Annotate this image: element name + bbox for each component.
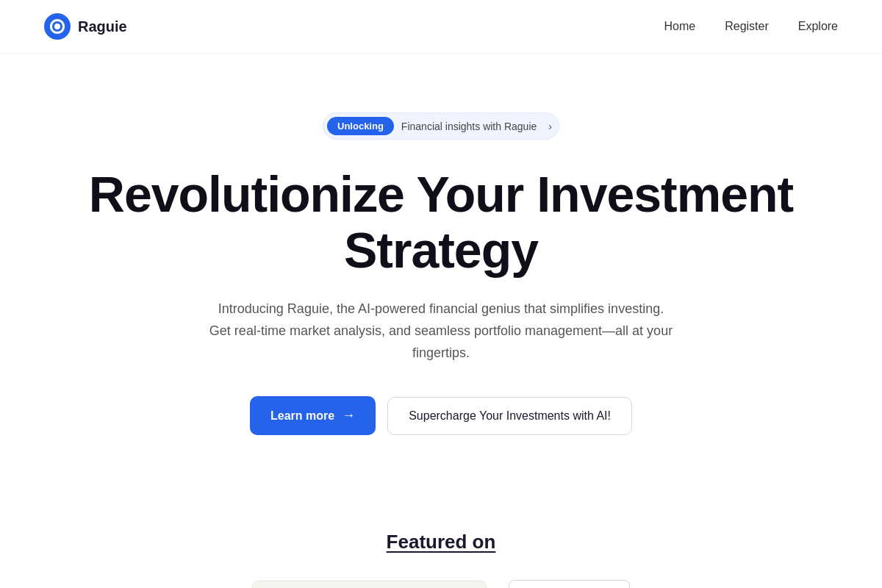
ai-for-that-badge: 💪 FEATURED ON THERE'S AN AI FOR THAT 🔖 xyxy=(252,581,487,588)
arrow-icon: → xyxy=(342,408,355,423)
badge-arrow-icon: › xyxy=(548,121,555,132)
nav-item-explore[interactable]: Explore xyxy=(798,20,838,33)
featured-title: Featured on xyxy=(387,531,496,553)
learn-more-button[interactable]: Learn more → xyxy=(250,396,376,435)
featured-logos: 💪 FEATURED ON THERE'S AN AI FOR THAT 🔖 F… xyxy=(252,580,630,588)
badge-label: Unlocking xyxy=(327,117,394,135)
hero-section: Unlocking Financial insights with Raguie… xyxy=(0,54,882,479)
nav-links: Home Register Explore xyxy=(664,20,838,33)
cta-buttons: Learn more → Supercharge Your Investment… xyxy=(250,396,632,435)
brand-logo-icon xyxy=(44,13,71,40)
nav-link-explore[interactable]: Explore xyxy=(798,20,838,32)
navbar: Raguie Home Register Explore xyxy=(0,0,882,54)
nav-link-home[interactable]: Home xyxy=(664,20,695,32)
supercharge-button[interactable]: Supercharge Your Investments with AI! xyxy=(387,397,632,435)
featured-section: Featured on 💪 FEATURED ON THERE'S AN AI … xyxy=(0,501,882,588)
brand-link[interactable]: Raguie xyxy=(44,13,127,40)
brand-name: Raguie xyxy=(78,18,127,35)
nav-item-home[interactable]: Home xyxy=(664,20,695,33)
nav-item-register[interactable]: Register xyxy=(725,20,769,33)
svg-point-1 xyxy=(54,24,60,29)
betalist-badge: FEATURED ON BetaList xyxy=(509,580,630,588)
hero-badge: Unlocking Financial insights with Raguie… xyxy=(323,112,559,140)
hero-subtitle: Introducing Raguie, the AI-powered finan… xyxy=(206,298,676,364)
hero-title: Revolutionize Your Investment Strategy xyxy=(44,166,838,278)
learn-more-label: Learn more xyxy=(270,409,334,423)
badge-text: Financial insights with Raguie xyxy=(401,121,541,132)
nav-link-register[interactable]: Register xyxy=(725,20,769,32)
